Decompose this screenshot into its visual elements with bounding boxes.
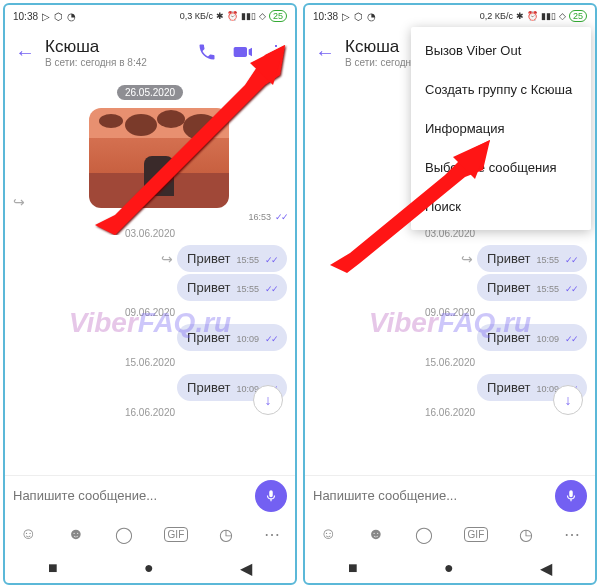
- signal-icon: ▮▮▯: [541, 11, 556, 21]
- video-icon[interactable]: [231, 42, 253, 62]
- message-row[interactable]: Привет10:09✓✓: [313, 324, 587, 351]
- nav-back-icon[interactable]: ◀: [540, 559, 552, 578]
- forward-icon[interactable]: ↪: [13, 194, 25, 210]
- message-time: 15:55: [536, 255, 559, 265]
- status-time: 10:38: [313, 11, 338, 22]
- nav-recent-icon[interactable]: ■: [48, 559, 58, 577]
- android-navbar: ■ ● ◀: [305, 553, 595, 583]
- message-text: Привет: [187, 251, 230, 266]
- back-icon[interactable]: ←: [315, 41, 335, 64]
- emoji-icon[interactable]: ☻: [367, 525, 384, 543]
- message-input[interactable]: [13, 488, 249, 503]
- attachment-toolbar: ☺ ☻ ◯ GIF ◷ ⋯: [305, 515, 595, 553]
- sticker-icon[interactable]: ☺: [320, 525, 336, 543]
- call-icon[interactable]: [197, 42, 217, 62]
- scroll-down-button[interactable]: ↓: [553, 385, 583, 415]
- status-icon: ▷: [42, 11, 50, 22]
- scroll-down-button[interactable]: ↓: [253, 385, 283, 415]
- status-icon: ◔: [367, 11, 376, 22]
- battery-icon: 25: [569, 10, 587, 22]
- bluetooth-icon: ✱: [516, 11, 524, 21]
- date-chip: 26.05.2020: [117, 85, 183, 100]
- chat-area: 26.05.2020 ↪ 16:53✓✓ 03.06.2020 ↪ Привет…: [5, 77, 295, 475]
- date-label: 09.06.2020: [13, 307, 287, 318]
- message-row[interactable]: Привет15:55✓✓: [13, 274, 287, 301]
- forward-icon[interactable]: ↪: [461, 251, 473, 267]
- message-text: Привет: [187, 280, 230, 295]
- more-icon[interactable]: ⋯: [264, 525, 280, 544]
- date-label: 15.06.2020: [13, 357, 287, 368]
- nav-home-icon[interactable]: ●: [144, 559, 154, 577]
- camera-icon[interactable]: ◯: [115, 525, 133, 544]
- status-icon: ⬡: [54, 11, 63, 22]
- message-row[interactable]: Привет10:09✓✓: [313, 374, 587, 401]
- menu-info[interactable]: Информация: [411, 109, 591, 148]
- date-label: 15.06.2020: [313, 357, 587, 368]
- right-screenshot: 10:38 ▷ ⬡ ◔ 0,2 КБ/с ✱ ⏰ ▮▮▯ ◇ 25 ← Ксюш…: [303, 3, 597, 585]
- context-menu: Вызов Viber Out Создать группу с Ксюша И…: [411, 27, 591, 230]
- read-checks-icon: ✓✓: [275, 212, 287, 222]
- timer-icon[interactable]: ◷: [519, 525, 533, 544]
- gif-icon[interactable]: GIF: [464, 527, 489, 542]
- menu-create-group[interactable]: Создать группу с Ксюша: [411, 70, 591, 109]
- sticker-icon[interactable]: ☺: [20, 525, 36, 543]
- message-row[interactable]: Привет10:09✓✓: [13, 324, 287, 351]
- read-checks-icon: ✓✓: [265, 284, 277, 294]
- date-label: 03.06.2020: [13, 228, 287, 239]
- net-speed: 0,2 КБ/с: [480, 11, 513, 21]
- back-icon[interactable]: ←: [15, 41, 35, 64]
- message-input[interactable]: [313, 488, 549, 503]
- statusbar: 10:38 ▷ ⬡ ◔ 0,2 КБ/с ✱ ⏰ ▮▮▯ ◇ 25: [305, 5, 595, 27]
- menu-viber-out[interactable]: Вызов Viber Out: [411, 31, 591, 70]
- wifi-icon: ◇: [559, 11, 566, 21]
- chat-subtitle: В сети: сегодня в 8:42: [45, 57, 187, 68]
- android-navbar: ■ ● ◀: [5, 553, 295, 583]
- mic-button[interactable]: [555, 480, 587, 512]
- nav-home-icon[interactable]: ●: [444, 559, 454, 577]
- signal-icon: ▮▮▯: [241, 11, 256, 21]
- message-text: Привет: [187, 380, 230, 395]
- message-time: 15:55: [236, 284, 259, 294]
- alarm-icon: ⏰: [227, 11, 238, 21]
- emoji-icon[interactable]: ☻: [67, 525, 84, 543]
- message-time: 15:55: [236, 255, 259, 265]
- more-icon[interactable]: ⋯: [564, 525, 580, 544]
- read-checks-icon: ✓✓: [265, 255, 277, 265]
- bluetooth-icon: ✱: [216, 11, 224, 21]
- more-icon[interactable]: ⋮: [267, 41, 285, 63]
- message-text: Привет: [487, 280, 530, 295]
- date-label: 16.06.2020: [313, 407, 587, 418]
- sticker[interactable]: [89, 108, 229, 208]
- battery-icon: 25: [269, 10, 287, 22]
- forward-icon[interactable]: ↪: [161, 251, 173, 267]
- gif-icon[interactable]: GIF: [164, 527, 189, 542]
- message-row[interactable]: Привет10:09✓✓: [13, 374, 287, 401]
- input-bar: [5, 475, 295, 515]
- message-time: 10:09: [536, 334, 559, 344]
- status-icon: ⬡: [354, 11, 363, 22]
- net-speed: 0,3 КБ/с: [180, 11, 213, 21]
- message-time: 10:09: [236, 334, 259, 344]
- read-checks-icon: ✓✓: [265, 334, 277, 344]
- message-row[interactable]: ↪ Привет15:55✓✓: [313, 245, 587, 272]
- timer-icon[interactable]: ◷: [219, 525, 233, 544]
- read-checks-icon: ✓✓: [565, 255, 577, 265]
- message-row[interactable]: Привет15:55✓✓: [313, 274, 587, 301]
- menu-select-messages[interactable]: Выберите сообщения: [411, 148, 591, 187]
- status-icon: ▷: [342, 11, 350, 22]
- camera-icon[interactable]: ◯: [415, 525, 433, 544]
- chat-title[interactable]: Ксюша: [45, 37, 187, 57]
- message-row[interactable]: ↪ Привет15:55✓✓: [13, 245, 287, 272]
- read-checks-icon: ✓✓: [565, 334, 577, 344]
- nav-recent-icon[interactable]: ■: [348, 559, 358, 577]
- attachment-toolbar: ☺ ☻ ◯ GIF ◷ ⋯: [5, 515, 295, 553]
- chat-header: ← Ксюша В сети: сегодня в 8:42 ⋮: [5, 27, 295, 77]
- status-time: 10:38: [13, 11, 38, 22]
- nav-back-icon[interactable]: ◀: [240, 559, 252, 578]
- alarm-icon: ⏰: [527, 11, 538, 21]
- message-text: Привет: [187, 330, 230, 345]
- date-label: 09.06.2020: [313, 307, 587, 318]
- menu-search[interactable]: Поиск: [411, 187, 591, 226]
- mic-button[interactable]: [255, 480, 287, 512]
- date-label: 16.06.2020: [13, 407, 287, 418]
